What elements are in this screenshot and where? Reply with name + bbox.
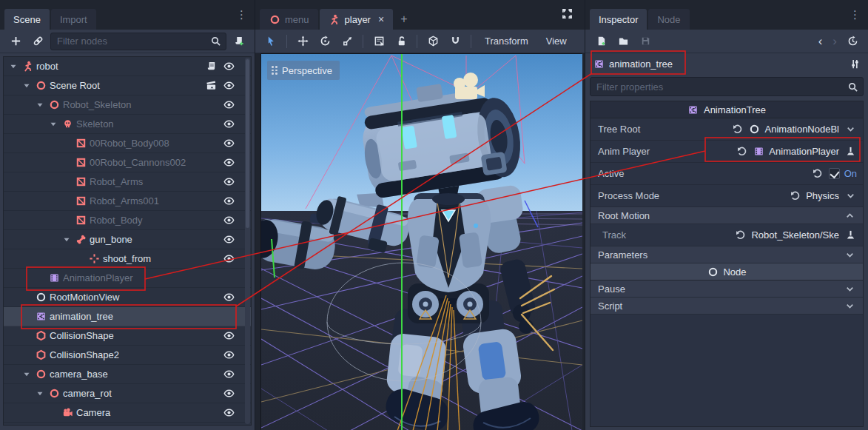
select-tool-button[interactable]	[261, 33, 280, 50]
expand-arrow-icon[interactable]	[21, 80, 32, 92]
load-resource-button[interactable]	[613, 33, 633, 50]
view-menu[interactable]: View	[539, 36, 574, 47]
instance-scene-button[interactable]	[28, 33, 47, 50]
add-node-button[interactable]	[6, 33, 25, 50]
eye-icon[interactable]	[223, 157, 235, 169]
eye-icon[interactable]	[223, 99, 235, 111]
revert-icon[interactable]	[811, 168, 824, 180]
transform-menu[interactable]: Transform	[477, 36, 536, 47]
move-tool-button[interactable]	[293, 33, 312, 50]
tab-menu-scene[interactable]: menu	[260, 9, 318, 30]
rotate-tool-button[interactable]	[315, 33, 334, 50]
edit-nodepath-icon[interactable]	[844, 229, 857, 241]
eye-icon[interactable]	[223, 215, 235, 226]
eye-icon[interactable]	[223, 369, 235, 380]
scene-filter-input[interactable]	[55, 35, 209, 47]
scene-tree-scrollbar[interactable]	[245, 58, 250, 424]
expand-arrow-icon[interactable]	[35, 99, 45, 111]
scene-node-skeleton[interactable]: Skeleton	[4, 115, 251, 134]
inspector-toolbar: ‹ ›	[585, 30, 868, 53]
expand-arrow-icon[interactable]	[21, 369, 32, 380]
eye-icon[interactable]	[223, 330, 235, 342]
revert-icon[interactable]	[788, 190, 801, 202]
history-forward-icon[interactable]: ›	[828, 34, 841, 49]
tree-root-value[interactable]: AnimationNodeBl	[749, 124, 839, 135]
expand-arrow-icon[interactable]	[61, 234, 72, 246]
scene-node-collisionshape[interactable]: CollisionShape	[4, 326, 251, 346]
script-icon[interactable]	[205, 61, 217, 73]
eye-icon[interactable]	[223, 292, 235, 303]
eye-icon[interactable]	[223, 118, 235, 130]
new-script-button[interactable]	[229, 33, 249, 50]
tab-player-scene[interactable]: player ×	[320, 9, 394, 30]
eye-icon[interactable]	[223, 253, 235, 265]
revert-icon[interactable]	[733, 229, 747, 241]
scene-node-collisionshape2[interactable]: CollisionShape2	[4, 346, 251, 365]
scene-node-00robot-cannons002[interactable]: 00Robot_Cannons002	[4, 153, 251, 172]
tab-scene[interactable]: Scene	[4, 9, 50, 30]
close-tab-icon[interactable]: ×	[378, 14, 384, 24]
save-resource-button[interactable]	[636, 33, 655, 50]
scene-node-shoot-from[interactable]: shoot_from	[4, 249, 251, 269]
eye-icon[interactable]	[223, 407, 235, 419]
object-history-icon[interactable]	[843, 33, 862, 50]
eye-icon[interactable]	[223, 388, 235, 400]
expand-arrow-icon[interactable]	[35, 388, 45, 400]
fullscreen-icon[interactable]	[559, 8, 580, 21]
tab-import[interactable]: Import	[51, 9, 96, 30]
scene-node-robot-arms[interactable]: Robot_Arms	[4, 172, 251, 192]
eye-icon[interactable]	[223, 234, 235, 246]
section-script[interactable]: Script	[591, 298, 863, 315]
expand-arrow-icon[interactable]	[8, 61, 18, 73]
perspective-menu[interactable]: Perspective	[267, 61, 340, 80]
process-mode-value[interactable]: Physics	[806, 190, 839, 201]
eye-icon[interactable]	[223, 195, 235, 207]
scene-node-00robot-body008[interactable]: 00Robot_Body008	[4, 134, 251, 153]
eye-icon[interactable]	[223, 61, 235, 73]
scene-node-animation-tree[interactable]: animation_tree	[4, 307, 251, 326]
revert-icon[interactable]	[731, 124, 744, 135]
snap-toggle[interactable]	[445, 33, 465, 50]
scene-node-robot-arms001[interactable]: Robot_Arms001	[4, 192, 251, 211]
new-tab-button[interactable]: +	[394, 9, 413, 30]
track-value[interactable]: Robot_Skeleton/Ske	[751, 229, 839, 241]
active-checkbox[interactable]	[829, 168, 840, 179]
expand-arrow-icon[interactable]	[48, 118, 58, 130]
list-select-tool-button[interactable]	[369, 33, 388, 50]
extra-settings-icon[interactable]	[849, 58, 861, 70]
chevron-down-icon[interactable]	[844, 190, 857, 202]
history-back-icon[interactable]: ‹	[814, 34, 827, 49]
local-space-toggle[interactable]	[423, 33, 443, 50]
scene-node-robot-skeleton[interactable]: Robot_Skeleton	[4, 95, 251, 115]
scene-node-gun-bone[interactable]: gun_bone	[4, 230, 251, 249]
section-root-motion[interactable]: Root Motion	[591, 207, 863, 224]
section-parameters[interactable]: Parameters	[591, 246, 863, 263]
scene-node-camera-rot[interactable]: camera_rot	[4, 384, 251, 403]
revert-icon[interactable]	[735, 146, 748, 158]
scene-node-rootmotionview[interactable]: RootMotionView	[4, 288, 251, 307]
clapper-icon[interactable]	[205, 80, 217, 92]
edit-nodepath-icon[interactable]	[844, 146, 857, 158]
scale-tool-button[interactable]	[337, 33, 357, 50]
viewport-3d-scene[interactable]: Perspective	[260, 53, 582, 430]
section-pause[interactable]: Pause	[591, 280, 863, 298]
scene-node-robot-body[interactable]: Robot_Body	[4, 211, 251, 230]
scene-node-scene-root[interactable]: Scene Root	[4, 76, 251, 95]
inspector-dock-menu-icon[interactable]: ⋮	[847, 8, 864, 21]
eye-icon[interactable]	[223, 80, 235, 92]
unlock-button[interactable]	[391, 33, 411, 50]
scene-node-robot[interactable]: robot	[4, 57, 251, 76]
scene-node-animationplayer[interactable]: AnimationPlayer	[4, 269, 251, 288]
eye-icon[interactable]	[223, 138, 235, 150]
scene-node-camera-base[interactable]: camera_base	[4, 365, 251, 384]
inspector-filter-input[interactable]	[595, 81, 847, 93]
new-resource-button[interactable]	[591, 33, 610, 50]
scene-node-camera[interactable]: Camera	[4, 403, 251, 423]
tab-node[interactable]: Node	[648, 9, 689, 30]
scene-dock-menu-icon[interactable]: ⋮	[233, 8, 250, 21]
chevron-down-icon[interactable]	[844, 124, 857, 135]
tab-inspector[interactable]: Inspector	[590, 9, 647, 30]
anim-player-value[interactable]: AnimationPlayer	[753, 146, 839, 158]
eye-icon[interactable]	[223, 349, 235, 361]
eye-icon[interactable]	[223, 176, 235, 188]
